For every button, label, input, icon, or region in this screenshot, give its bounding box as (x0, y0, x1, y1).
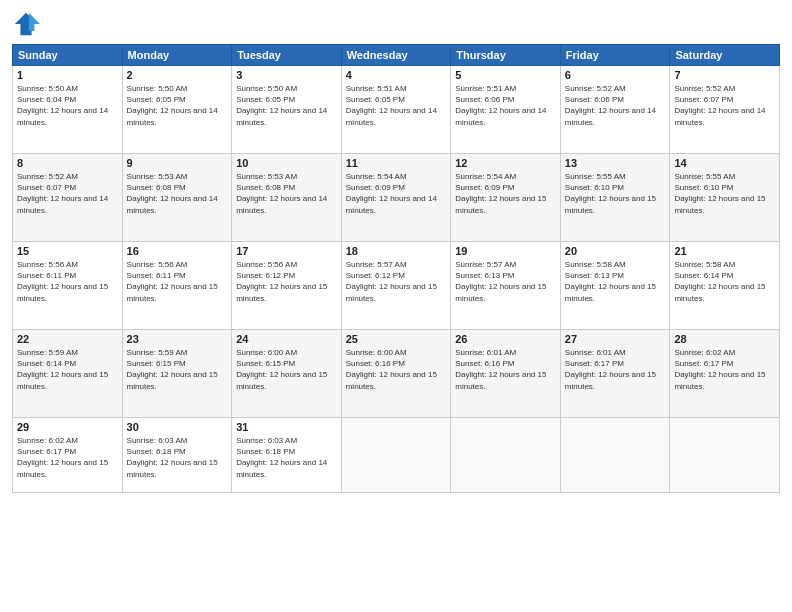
calendar-cell: 20Sunrise: 5:58 AMSunset: 6:13 PMDayligh… (560, 242, 670, 330)
day-info: Sunrise: 5:53 AMSunset: 6:08 PMDaylight:… (127, 171, 228, 216)
header-thursday: Thursday (451, 45, 561, 66)
calendar-table: Sunday Monday Tuesday Wednesday Thursday… (12, 44, 780, 493)
day-info: Sunrise: 5:52 AMSunset: 6:07 PMDaylight:… (17, 171, 118, 216)
day-number: 20 (565, 245, 666, 257)
calendar-cell: 4Sunrise: 5:51 AMSunset: 6:05 PMDaylight… (341, 66, 451, 154)
day-number: 16 (127, 245, 228, 257)
day-number: 6 (565, 69, 666, 81)
day-info: Sunrise: 5:54 AMSunset: 6:09 PMDaylight:… (455, 171, 556, 216)
day-number: 29 (17, 421, 118, 433)
day-number: 22 (17, 333, 118, 345)
page-header (12, 10, 780, 38)
calendar-cell: 14Sunrise: 5:55 AMSunset: 6:10 PMDayligh… (670, 154, 780, 242)
day-info: Sunrise: 6:02 AMSunset: 6:17 PMDaylight:… (674, 347, 775, 392)
day-number: 26 (455, 333, 556, 345)
calendar-cell: 15Sunrise: 5:56 AMSunset: 6:11 PMDayligh… (13, 242, 123, 330)
calendar-cell: 6Sunrise: 5:52 AMSunset: 6:06 PMDaylight… (560, 66, 670, 154)
calendar-cell: 5Sunrise: 5:51 AMSunset: 6:06 PMDaylight… (451, 66, 561, 154)
calendar-cell: 17Sunrise: 5:56 AMSunset: 6:12 PMDayligh… (232, 242, 342, 330)
day-info: Sunrise: 5:55 AMSunset: 6:10 PMDaylight:… (674, 171, 775, 216)
day-info: Sunrise: 5:54 AMSunset: 6:09 PMDaylight:… (346, 171, 447, 216)
calendar-cell: 29Sunrise: 6:02 AMSunset: 6:17 PMDayligh… (13, 418, 123, 493)
day-info: Sunrise: 5:57 AMSunset: 6:13 PMDaylight:… (455, 259, 556, 304)
calendar-cell: 12Sunrise: 5:54 AMSunset: 6:09 PMDayligh… (451, 154, 561, 242)
day-info: Sunrise: 5:56 AMSunset: 6:11 PMDaylight:… (17, 259, 118, 304)
svg-marker-1 (29, 13, 40, 31)
day-info: Sunrise: 5:57 AMSunset: 6:12 PMDaylight:… (346, 259, 447, 304)
calendar-cell: 25Sunrise: 6:00 AMSunset: 6:16 PMDayligh… (341, 330, 451, 418)
day-info: Sunrise: 5:52 AMSunset: 6:07 PMDaylight:… (674, 83, 775, 128)
calendar-cell: 30Sunrise: 6:03 AMSunset: 6:18 PMDayligh… (122, 418, 232, 493)
day-info: Sunrise: 5:56 AMSunset: 6:11 PMDaylight:… (127, 259, 228, 304)
day-number: 10 (236, 157, 337, 169)
calendar-cell: 22Sunrise: 5:59 AMSunset: 6:14 PMDayligh… (13, 330, 123, 418)
calendar-cell: 10Sunrise: 5:53 AMSunset: 6:08 PMDayligh… (232, 154, 342, 242)
calendar-cell (341, 418, 451, 493)
calendar-cell (451, 418, 561, 493)
day-info: Sunrise: 6:03 AMSunset: 6:18 PMDaylight:… (236, 435, 337, 480)
calendar-cell: 21Sunrise: 5:58 AMSunset: 6:14 PMDayligh… (670, 242, 780, 330)
day-number: 7 (674, 69, 775, 81)
calendar-cell: 28Sunrise: 6:02 AMSunset: 6:17 PMDayligh… (670, 330, 780, 418)
day-info: Sunrise: 5:59 AMSunset: 6:14 PMDaylight:… (17, 347, 118, 392)
calendar-cell (670, 418, 780, 493)
calendar-cell: 16Sunrise: 5:56 AMSunset: 6:11 PMDayligh… (122, 242, 232, 330)
calendar-cell: 9Sunrise: 5:53 AMSunset: 6:08 PMDaylight… (122, 154, 232, 242)
day-info: Sunrise: 5:58 AMSunset: 6:13 PMDaylight:… (565, 259, 666, 304)
day-info: Sunrise: 5:52 AMSunset: 6:06 PMDaylight:… (565, 83, 666, 128)
day-info: Sunrise: 5:56 AMSunset: 6:12 PMDaylight:… (236, 259, 337, 304)
day-info: Sunrise: 6:01 AMSunset: 6:16 PMDaylight:… (455, 347, 556, 392)
day-info: Sunrise: 5:55 AMSunset: 6:10 PMDaylight:… (565, 171, 666, 216)
day-number: 1 (17, 69, 118, 81)
calendar-cell: 23Sunrise: 5:59 AMSunset: 6:15 PMDayligh… (122, 330, 232, 418)
header-tuesday: Tuesday (232, 45, 342, 66)
day-number: 3 (236, 69, 337, 81)
day-number: 18 (346, 245, 447, 257)
header-friday: Friday (560, 45, 670, 66)
day-info: Sunrise: 6:03 AMSunset: 6:18 PMDaylight:… (127, 435, 228, 480)
page-container: Sunday Monday Tuesday Wednesday Thursday… (0, 0, 792, 612)
calendar-cell: 24Sunrise: 6:00 AMSunset: 6:15 PMDayligh… (232, 330, 342, 418)
day-number: 14 (674, 157, 775, 169)
calendar-cell: 31Sunrise: 6:03 AMSunset: 6:18 PMDayligh… (232, 418, 342, 493)
day-number: 19 (455, 245, 556, 257)
day-number: 24 (236, 333, 337, 345)
weekday-header-row: Sunday Monday Tuesday Wednesday Thursday… (13, 45, 780, 66)
calendar-cell: 13Sunrise: 5:55 AMSunset: 6:10 PMDayligh… (560, 154, 670, 242)
day-info: Sunrise: 5:58 AMSunset: 6:14 PMDaylight:… (674, 259, 775, 304)
day-number: 30 (127, 421, 228, 433)
calendar-cell: 11Sunrise: 5:54 AMSunset: 6:09 PMDayligh… (341, 154, 451, 242)
calendar-cell: 27Sunrise: 6:01 AMSunset: 6:17 PMDayligh… (560, 330, 670, 418)
header-monday: Monday (122, 45, 232, 66)
day-info: Sunrise: 6:01 AMSunset: 6:17 PMDaylight:… (565, 347, 666, 392)
day-number: 17 (236, 245, 337, 257)
day-number: 21 (674, 245, 775, 257)
day-info: Sunrise: 5:50 AMSunset: 6:05 PMDaylight:… (127, 83, 228, 128)
header-sunday: Sunday (13, 45, 123, 66)
calendar-cell: 3Sunrise: 5:50 AMSunset: 6:05 PMDaylight… (232, 66, 342, 154)
day-info: Sunrise: 6:02 AMSunset: 6:17 PMDaylight:… (17, 435, 118, 480)
day-number: 2 (127, 69, 228, 81)
calendar-cell (560, 418, 670, 493)
day-number: 15 (17, 245, 118, 257)
day-info: Sunrise: 5:51 AMSunset: 6:06 PMDaylight:… (455, 83, 556, 128)
day-number: 28 (674, 333, 775, 345)
calendar-cell: 19Sunrise: 5:57 AMSunset: 6:13 PMDayligh… (451, 242, 561, 330)
day-info: Sunrise: 5:50 AMSunset: 6:04 PMDaylight:… (17, 83, 118, 128)
day-info: Sunrise: 5:59 AMSunset: 6:15 PMDaylight:… (127, 347, 228, 392)
logo-icon (12, 10, 40, 38)
day-number: 9 (127, 157, 228, 169)
calendar-cell: 2Sunrise: 5:50 AMSunset: 6:05 PMDaylight… (122, 66, 232, 154)
day-number: 5 (455, 69, 556, 81)
day-number: 13 (565, 157, 666, 169)
day-number: 11 (346, 157, 447, 169)
day-number: 8 (17, 157, 118, 169)
header-wednesday: Wednesday (341, 45, 451, 66)
header-saturday: Saturday (670, 45, 780, 66)
day-info: Sunrise: 6:00 AMSunset: 6:16 PMDaylight:… (346, 347, 447, 392)
day-info: Sunrise: 6:00 AMSunset: 6:15 PMDaylight:… (236, 347, 337, 392)
day-info: Sunrise: 5:53 AMSunset: 6:08 PMDaylight:… (236, 171, 337, 216)
day-number: 27 (565, 333, 666, 345)
calendar-cell: 7Sunrise: 5:52 AMSunset: 6:07 PMDaylight… (670, 66, 780, 154)
day-number: 4 (346, 69, 447, 81)
